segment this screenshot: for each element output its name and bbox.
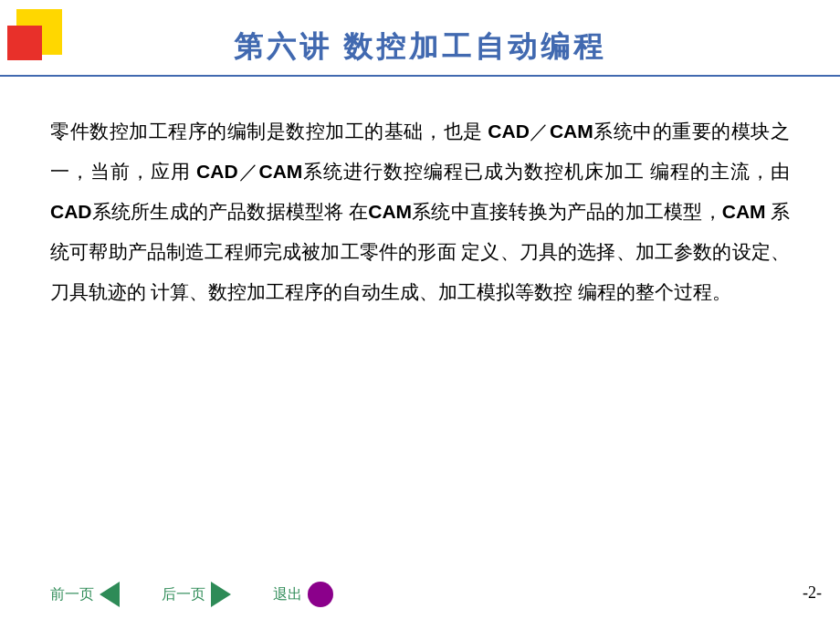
cam-bold-2: CAM bbox=[259, 161, 303, 182]
cam-bold-3: CAM bbox=[368, 201, 412, 222]
exit-nav-item[interactable]: 退出 bbox=[273, 582, 333, 607]
next-nav-item[interactable]: 后一页 bbox=[162, 582, 231, 607]
next-arrow-icon bbox=[211, 582, 231, 607]
page-number: -2- bbox=[803, 583, 822, 603]
title-area: 第六讲 数控加工自动编程 bbox=[0, 0, 840, 86]
content-area: 零件数控加工程序的编制是数控加工的基础，也是 CAD／CAM系统中的重要的模块之… bbox=[0, 86, 840, 331]
cad-cam-bold-1: CAD bbox=[488, 121, 530, 142]
exit-circle-icon bbox=[308, 582, 333, 607]
cam-bold-4: CAM bbox=[722, 201, 766, 222]
page-title: 第六讲 数控加工自动编程 bbox=[0, 27, 840, 68]
title-divider bbox=[0, 75, 840, 77]
main-paragraph: 零件数控加工程序的编制是数控加工的基础，也是 CAD／CAM系统中的重要的模块之… bbox=[50, 111, 790, 312]
cad-cam-bold-2: CAD bbox=[196, 161, 238, 182]
cad-bold-3: CAD bbox=[50, 201, 92, 222]
corner-decoration bbox=[0, 0, 73, 73]
exit-label: 退出 bbox=[273, 585, 302, 604]
prev-arrow-icon bbox=[100, 582, 120, 607]
prev-label: 前一页 bbox=[50, 585, 94, 604]
next-label: 后一页 bbox=[162, 585, 205, 604]
cam-bold-1: CAM bbox=[550, 121, 593, 142]
prev-nav-item[interactable]: 前一页 bbox=[50, 582, 120, 607]
bottom-navigation: 前一页 后一页 退出 bbox=[0, 582, 840, 607]
red-square bbox=[7, 26, 42, 60]
